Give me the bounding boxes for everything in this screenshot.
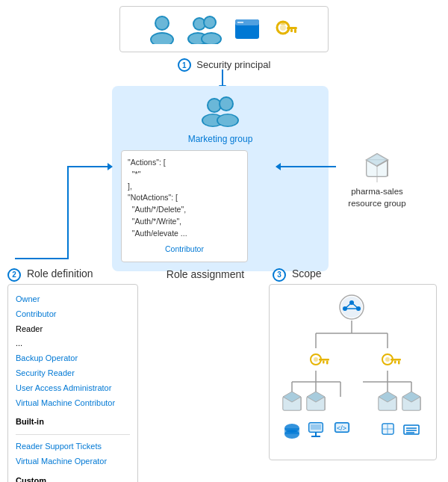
contributor-label: Contributor — [128, 244, 241, 256]
role-definition-label: Role definition — [27, 268, 93, 279]
scope-tree-svg: </> — [277, 292, 426, 449]
role-def-section-label: 2 Role definition — [7, 268, 138, 282]
svg-point-23 — [208, 99, 220, 111]
role-vm-operator[interactable]: Virtual Machine Operator — [16, 454, 130, 469]
code-line2: "*" — [128, 169, 241, 181]
pharma-sales-line1: pharma-sales — [340, 185, 414, 197]
svg-rect-17 — [287, 27, 297, 29]
svg-rect-14 — [237, 22, 243, 23]
scope-panel: </> — [269, 284, 437, 460]
key-icon — [273, 16, 299, 43]
svg-rect-97 — [382, 424, 393, 434]
marketing-group-icon-container: Marketing group — [121, 95, 320, 144]
svg-rect-60 — [326, 361, 329, 365]
arrow-down — [222, 69, 223, 86]
role-ellipsis: ... — [16, 336, 130, 351]
svg-point-2 — [156, 17, 168, 29]
custom-label: Custom — [16, 474, 130, 482]
diagram-container: 1 Security principal Marketing group "Ac… — [0, 0, 448, 482]
svg-point-63 — [385, 357, 390, 362]
role-assignment-section-label: Role assignment — [138, 268, 273, 280]
code-line6: "Auth/*/Write", — [128, 216, 241, 228]
svg-point-11 — [202, 34, 220, 44]
svg-point-10 — [205, 17, 215, 28]
number-2: 2 — [7, 268, 21, 282]
marketing-group-label: Marketing group — [121, 134, 320, 144]
builtin-label: Built-in — [16, 415, 130, 430]
svg-rect-66 — [394, 361, 396, 364]
app-icon — [234, 18, 261, 40]
svg-rect-19 — [290, 29, 293, 32]
sp-icons — [149, 14, 299, 44]
left-vertical-line — [67, 166, 69, 259]
role-owner[interactable]: Owner — [16, 292, 130, 307]
security-principal-label: 1 Security principal — [119, 58, 329, 72]
code-line1: "Actions": [ — [128, 157, 241, 169]
security-principal-text: Security principal — [196, 59, 270, 70]
svg-rect-65 — [398, 361, 400, 365]
bottom-horizontal-line — [15, 258, 69, 259]
code-line5: "Auth/*/Delete", — [128, 204, 241, 216]
role-definition-code-box: "Actions": [ "*" ], "NotActions": [ "Aut… — [121, 150, 248, 262]
role-vm-contributor[interactable]: Virtual Machine Contributor — [16, 396, 130, 411]
group-icon — [187, 14, 222, 44]
svg-point-85 — [284, 430, 299, 439]
pharma-sales-icon — [361, 149, 393, 182]
svg-point-28 — [218, 115, 237, 126]
role-contributor[interactable]: Contributor — [16, 307, 130, 322]
arrow-right-blue — [67, 166, 112, 167]
scope-label: Scope — [292, 268, 322, 279]
svg-point-6 — [194, 19, 205, 29]
number-1: 1 — [178, 58, 191, 72]
svg-rect-61 — [323, 361, 325, 364]
security-principal-box — [119, 6, 329, 52]
role-reader-support[interactable]: Reader Support Tickets — [16, 439, 130, 454]
svg-point-27 — [220, 98, 232, 110]
svg-point-58 — [314, 357, 318, 362]
code-line4: "NotActions": [ — [128, 192, 241, 204]
user-icon — [149, 14, 175, 44]
pharma-sales-box: pharma-sales resource group — [340, 149, 414, 209]
scope-section-label: 3 Scope — [273, 268, 441, 282]
role-def-panel: Owner Contributor Reader ... Backup Oper… — [7, 284, 138, 482]
code-line7: "Auth/elevate ... — [128, 228, 241, 240]
role-reader: Reader — [16, 322, 130, 337]
divider — [16, 434, 130, 435]
role-assignment-label: Role assignment — [167, 268, 244, 280]
labels-row: 2 Role definition Role assignment 3 Scop… — [0, 268, 448, 282]
pharma-sales-line2: resource group — [340, 197, 414, 209]
role-backup-operator[interactable]: Backup Operator — [16, 351, 130, 366]
svg-rect-64 — [391, 359, 401, 361]
role-security-reader[interactable]: Security Reader — [16, 366, 130, 381]
marketing-group-icon — [201, 95, 240, 128]
svg-rect-90 — [311, 424, 321, 430]
svg-point-16 — [280, 25, 286, 31]
code-line3: ], — [128, 181, 241, 193]
role-assignment-area: Marketing group "Actions": [ "*" ], "Not… — [112, 86, 329, 271]
svg-rect-18 — [294, 29, 296, 33]
svg-rect-59 — [319, 359, 329, 361]
arrow-left — [276, 166, 336, 167]
number-3: 3 — [273, 268, 286, 282]
role-user-access-admin[interactable]: User Access Administrator — [16, 381, 130, 396]
svg-text:</>: </> — [337, 424, 346, 432]
